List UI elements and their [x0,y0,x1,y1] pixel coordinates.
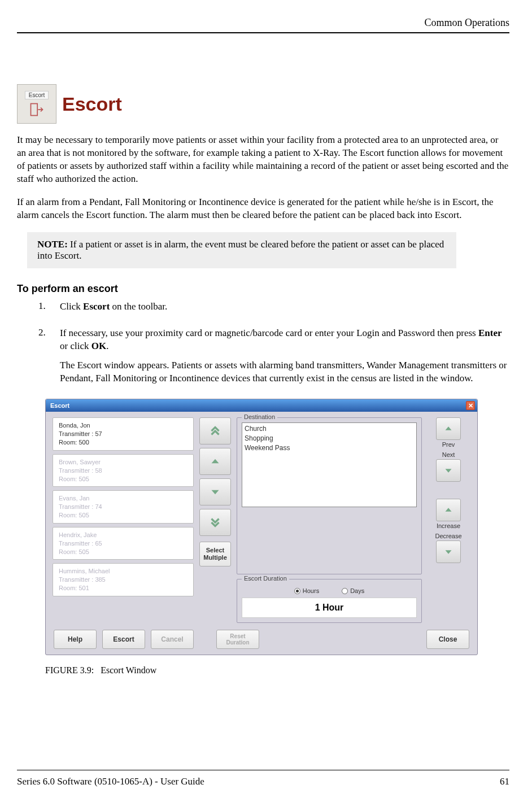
duration-fieldset: Escort Duration Hours Days [237,579,422,623]
increase-button[interactable]: Increase [426,499,470,529]
patient-card[interactable]: Hummins, Michael Transmitter : 385 Room:… [53,563,194,596]
destination-label: Destination [242,413,277,420]
select-multiple-button[interactable]: Select Multiple [199,542,231,566]
patient-tx: Transmitter : 58 [59,467,187,475]
radio-hours[interactable]: Hours [294,587,319,594]
figure-title: Escort Window [101,665,156,675]
patient-card[interactable]: Evans, Jan Transmitter : 74 Room: 505 [53,490,194,524]
escort-toolbar-icon: Escort [17,84,56,124]
titlebar: Escort ✕ [46,399,477,412]
figure-escort-window: Escort ✕ Bonda, Jon Transmitter : 57 Roo… [45,399,509,655]
procedure-steps: 1. Click Escort on the toolbar. 2. If ne… [38,300,509,393]
radio-checked-icon [294,588,300,594]
right-main: Destination Church Shopping Weekend Pass… [237,417,422,623]
page-footer: Series 6.0 Software (0510-1065-A) - User… [17,770,509,787]
prev-label: Prev [442,441,455,448]
radio-days[interactable]: Days [342,587,364,594]
patient-name: Bonda, Jon [59,421,187,430]
upper-area: Bonda, Jon Transmitter : 57 Room: 500 Br… [53,417,470,623]
patient-room: Room: 500 [59,438,187,447]
radio-days-label: Days [350,587,364,594]
step-number: 1. [38,300,49,320]
duration-label: Escort Duration [242,575,289,582]
note-text: If a patient or asset is in alarm, the e… [37,239,444,261]
step-1-text-a: Click [60,301,83,312]
close-button[interactable]: Close [426,630,469,649]
escort-icon-label: Escort [25,91,49,99]
patient-tx: Transmitter : 57 [59,430,187,438]
duration-value: 1 Hour [242,598,417,618]
section-title: Escort [62,93,122,115]
reset-duration-button[interactable]: Reset Duration [216,630,259,649]
next-button[interactable]: Next [426,451,470,482]
figure-caption: FIGURE 3.9: Escort Window [45,665,509,675]
destination-option[interactable]: Shopping [245,434,414,443]
patient-room: Room: 505 [59,475,187,483]
step-2-bold-1: Enter [478,328,502,338]
destination-fieldset: Destination Church Shopping Weekend Pass [237,417,422,574]
radio-hours-label: Hours [303,587,319,594]
patient-name: Hummins, Michael [59,567,187,576]
prev-button[interactable]: Prev [426,417,470,448]
scroll-down-button[interactable] [199,478,231,505]
patient-card[interactable]: Bonda, Jon Transmitter : 57 Room: 500 [53,417,194,451]
step-1-text-c: on the toolbar. [110,301,167,312]
duration-radio-group: Hours Days [242,584,417,598]
bottom-button-row: Help Escort Cancel Reset Duration Close [53,627,470,650]
down-icon [208,485,223,499]
increase-label: Increase [437,522,460,529]
step-2-text-a: If necessary, use your proximity card or… [60,328,478,338]
intro-paragraph-1: It may be necessary to temporarily move … [17,134,509,186]
door-arrow-icon [29,102,45,117]
note-label: NOTE: [37,239,68,250]
step-2: 2. If necessary, use your proximity card… [38,327,509,393]
destination-option[interactable]: Church [245,424,414,434]
footer-left: Series 6.0 Software (0510-1065-A) - User… [17,776,204,787]
section-heading: Escort Escort [17,84,509,124]
step-number: 2. [38,327,49,393]
up-icon [442,504,455,516]
intro-paragraph-2: If an alarm from a Pendant, Fall Monitor… [17,196,509,222]
destination-list[interactable]: Church Shopping Weekend Pass [242,422,417,507]
up-icon [442,422,455,435]
cancel-button[interactable]: Cancel [151,630,194,649]
step-2-text-c: or click [60,341,91,351]
arrow-column: Select Multiple [199,417,231,623]
scroll-up-button[interactable] [199,448,231,475]
patient-card[interactable]: Hendrix, Jake Transmitter : 65 Room: 505 [53,527,194,560]
top-rule [17,32,509,33]
double-up-icon [208,424,223,438]
svg-rect-0 [31,103,38,115]
help-button[interactable]: Help [54,630,97,649]
step-2-text-e: . [106,341,108,351]
step-2-paragraph-2: The Escort window appears. Patients or a… [60,359,509,385]
step-2-bold-2: OK [91,341,106,351]
right-column: Destination Church Shopping Weekend Pass… [237,417,470,623]
window-title: Escort [50,402,69,409]
patient-room: Room: 505 [59,548,187,556]
escort-window: Escort ✕ Bonda, Jon Transmitter : 57 Roo… [45,399,478,655]
decrease-label: Decrease [435,533,461,539]
destination-option[interactable]: Weekend Pass [245,443,414,453]
procedure-heading: To perform an escort [17,283,509,295]
decrease-button[interactable]: Decrease [426,533,470,563]
scroll-top-button[interactable] [199,417,231,444]
patient-tx: Transmitter : 385 [59,576,187,584]
patient-name: Hendrix, Jake [59,531,187,539]
patient-room: Room: 505 [59,511,187,520]
step-1-bold: Escort [83,301,110,312]
down-icon [442,464,455,477]
patient-tx: Transmitter : 65 [59,539,187,548]
next-label: Next [442,451,455,458]
close-icon[interactable]: ✕ [466,401,475,410]
window-body: Bonda, Jon Transmitter : 57 Room: 500 Br… [46,412,477,655]
scroll-bottom-button[interactable] [199,509,231,536]
patient-card[interactable]: Brown, Sawyer Transmitter : 58 Room: 505 [53,454,194,487]
patient-name: Brown, Sawyer [59,458,187,467]
patient-list: Bonda, Jon Transmitter : 57 Room: 500 Br… [53,417,194,623]
step-1: 1. Click Escort on the toolbar. [38,300,509,320]
patient-tx: Transmitter : 74 [59,503,187,511]
escort-button[interactable]: Escort [102,630,145,649]
down-icon [442,546,455,558]
bottom-rule [17,770,509,770]
